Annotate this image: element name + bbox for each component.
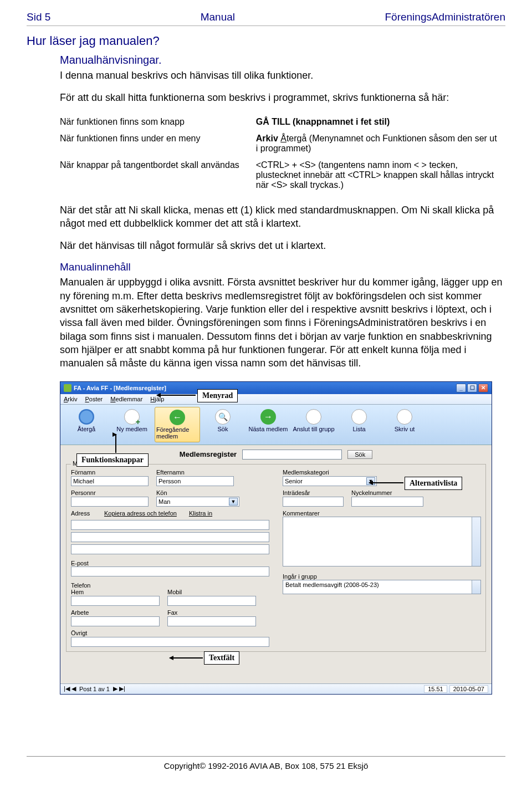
- window-title: FA - Avia FF - [Medlemsregister]: [74, 385, 166, 391]
- arrow-icon: [157, 395, 196, 396]
- statusbar: |◀ ◀ Post 1 av 1 ▶ ▶| 15.51 2010-05-07: [60, 683, 492, 694]
- footer-divider: [27, 756, 505, 757]
- toolbar-search-button[interactable]: Sök: [200, 407, 245, 442]
- table-row: När knappar på tangentbordet skall använ…: [60, 157, 505, 193]
- cell-right: <CTRL> + <S> (tangentens namn inom < > t…: [256, 157, 505, 193]
- label-mobil: Mobil: [167, 589, 256, 595]
- menu-item[interactable]: Poster: [85, 396, 103, 402]
- label-nyckelnummer: Nyckelnummer: [351, 489, 423, 496]
- member-fieldset: Medlem nr 1 Förnamn Efternamn: [66, 464, 486, 652]
- address-field-1[interactable]: [71, 520, 269, 530]
- cell-left: När funktionen finns under en meny: [60, 130, 256, 157]
- label-ovrigt: Övrigt: [71, 630, 269, 636]
- chevron-down-icon: ▼: [229, 498, 238, 506]
- header-page: Sid 5: [27, 11, 50, 23]
- status-date: 2010-05-07: [449, 685, 488, 693]
- search-input[interactable]: [242, 450, 342, 460]
- header-right: FöreningsAdministratören: [385, 11, 505, 23]
- menu-item[interactable]: Medlemmar: [110, 396, 142, 402]
- paragraph: När det hänvisas till något formulär så …: [60, 239, 505, 252]
- app-window: FA - Avia FF - [Medlemsregister] _ ☐ ✕ A…: [60, 381, 492, 695]
- ovrigt-field[interactable]: [71, 637, 269, 647]
- page-title: Hur läser jag manualen?: [27, 34, 505, 48]
- kon-dropdown[interactable]: Man ▼: [156, 497, 239, 507]
- group-icon: [306, 409, 321, 425]
- minimize-button[interactable]: _: [456, 384, 466, 392]
- header-center: Manual: [201, 11, 235, 23]
- address-field-3[interactable]: [71, 544, 269, 554]
- notation-table: När funktionen finns som knapp GÅ TILL (…: [60, 114, 505, 193]
- toolbar-prev-button[interactable]: Föregående medlem: [155, 407, 200, 442]
- arrow-icon: [115, 434, 116, 453]
- nav-buttons[interactable]: ▶ ▶|: [113, 685, 125, 692]
- label-epost: E-post: [71, 560, 89, 566]
- fornamn-field[interactable]: [71, 476, 149, 486]
- arbete-field[interactable]: [71, 616, 160, 626]
- table-row: När funktionen finns som knapp GÅ TILL (…: [60, 114, 505, 130]
- toolbar: Återgå Ny medlem Föregående medlem Sök N…: [60, 405, 492, 445]
- paragraph: När det står att Ni skall klicka, menas …: [60, 203, 505, 231]
- label-efternamn: Efternamn: [156, 469, 234, 476]
- label-telefon: Telefon: [71, 582, 90, 589]
- table-row: När funktionen finns under en meny Arkiv…: [60, 130, 505, 157]
- label-adress: Adress: [71, 510, 102, 517]
- maximize-button[interactable]: ☐: [467, 384, 477, 392]
- toolbar-list-button[interactable]: Lista: [336, 407, 382, 442]
- page-header: Sid 5 Manual FöreningsAdministratören: [27, 11, 505, 23]
- intro-1: I denna manual beskrivs och hänvisas til…: [60, 69, 505, 82]
- label-hem: Hem: [71, 589, 160, 595]
- personnr-field[interactable]: [71, 497, 149, 507]
- paste-link[interactable]: Klistra in: [189, 510, 212, 517]
- label-medlemskategori: Medlemskategori: [283, 469, 481, 476]
- copy-address-link[interactable]: Kopiera adress och telefon: [104, 510, 177, 517]
- label-ingar: Ingår i grupp: [283, 573, 317, 580]
- kommentarer-field[interactable]: [283, 517, 481, 566]
- arrow-icon: [170, 657, 203, 659]
- ingar-list[interactable]: Betalt medlemsavgift (2008-05-23): [283, 580, 481, 594]
- page-footer: Copyright© 1992-2016 AVIA AB, Box 108, 5…: [27, 756, 505, 770]
- nav-buttons[interactable]: |◀ ◀: [64, 685, 76, 692]
- scrollbar[interactable]: [472, 580, 480, 594]
- intro-2: För att du skall hitta funktionerna som …: [60, 91, 505, 104]
- hem-field[interactable]: [71, 596, 160, 606]
- header-divider: [27, 25, 505, 26]
- nyckelnummer-field[interactable]: [351, 497, 423, 507]
- list-icon: [351, 409, 367, 425]
- cell-left: När knappar på tangentbordet skall använ…: [60, 157, 256, 193]
- new-member-icon: [124, 409, 140, 425]
- annot-funktionsknappar: Funktionsknappar: [76, 453, 149, 467]
- menu-item[interactable]: Arkiv: [64, 396, 77, 402]
- cell-right: GÅ TILL (knappnamnet i fet stil): [256, 114, 505, 130]
- intradesar-field[interactable]: [283, 497, 344, 507]
- status-post: Post 1 av 1: [79, 686, 110, 692]
- section-subtitle: Manualhänvisningar.: [60, 54, 505, 67]
- titlebar: FA - Avia FF - [Medlemsregister] _ ☐ ✕: [60, 382, 492, 394]
- arrow-icon: [369, 482, 403, 483]
- status-time: 15.51: [424, 685, 447, 693]
- label-arbete: Arbete: [71, 609, 160, 616]
- paragraph: Manualen är uppbyggd i olika avsnitt. Fö…: [60, 275, 505, 370]
- cell-left: När funktionen finns som knapp: [60, 114, 256, 130]
- arrow-left-icon: [170, 410, 185, 425]
- toolbar-next-button[interactable]: Nästa medlem: [245, 407, 291, 442]
- address-field-2[interactable]: [71, 532, 269, 542]
- label-fornamn: Förnamn: [71, 469, 149, 476]
- label-kon: Kön: [156, 489, 234, 496]
- undo-icon: [79, 409, 94, 425]
- mobil-field[interactable]: [167, 596, 256, 606]
- fax-field[interactable]: [167, 616, 256, 626]
- scrollbar[interactable]: [472, 517, 480, 566]
- section-title: Manualinnehåll: [60, 261, 505, 273]
- toolbar-undo-button[interactable]: Återgå: [64, 407, 109, 442]
- annot-textfalt: Textfält: [204, 651, 239, 665]
- search-button[interactable]: Sök: [347, 450, 372, 459]
- efternamn-field[interactable]: [156, 476, 234, 486]
- toolbar-group-button[interactable]: Anslut till grupp: [291, 407, 336, 442]
- email-field[interactable]: [71, 566, 269, 576]
- toolbar-print-button[interactable]: Skriv ut: [382, 407, 427, 442]
- medlemskategori-dropdown[interactable]: Senior ▼: [283, 476, 377, 486]
- close-button[interactable]: ✕: [478, 384, 488, 392]
- label-personnr: Personnr: [71, 489, 149, 496]
- label-intradesar: Inträdesår: [283, 489, 344, 496]
- print-icon: [397, 409, 412, 425]
